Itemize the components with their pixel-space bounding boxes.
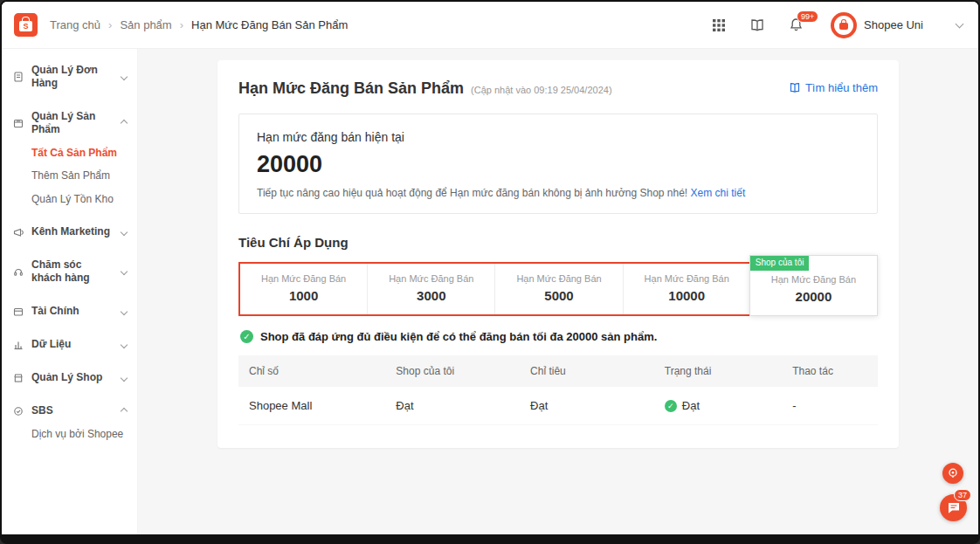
notification-count-badge: 99+ <box>797 10 818 23</box>
chevron-down-icon <box>121 73 128 80</box>
balloon-icon <box>947 467 959 479</box>
column-header-metric: Chỉ số <box>238 355 385 387</box>
sidebar-item-finance[interactable]: Tài Chính <box>12 305 127 318</box>
shopee-logo-letter: S <box>23 23 28 31</box>
cell-my-shop: Đạt <box>385 387 520 425</box>
page-title: Hạn Mức Đăng Bán Sản Phẩm <box>238 79 464 98</box>
account-chevron-down-icon[interactable] <box>956 19 964 28</box>
tier-3000: Hạn Mức Đăng Bán 3000 <box>368 264 495 314</box>
eligibility-message: ✓ Shop đã đáp ứng đủ điều kiện để có thể… <box>240 330 876 343</box>
sidebar-item-add-product[interactable]: Thêm Sản Phẩm <box>31 169 127 182</box>
topbar-actions: 99+ Shopee Uni <box>710 12 963 38</box>
chevron-up-icon <box>121 120 128 127</box>
chat-bubble-icon <box>947 501 961 514</box>
sidebar-item-order-management[interactable]: Quản Lý Đơn Hàng <box>12 64 127 90</box>
success-check-icon: ✓ <box>240 330 253 343</box>
sidebar-item-inventory-management[interactable]: Quản Lý Tồn Kho <box>31 193 127 205</box>
tier-5000: Hạn Mức Đăng Bán 5000 <box>495 264 623 314</box>
cell-action: - <box>782 387 878 425</box>
app-window: S Trang chủ Sản phẩm Hạn Mức Đăng Bán Sả… <box>0 0 980 544</box>
breadcrumb-current-page: Hạn Mức Đăng Bán Sản Phẩm <box>172 18 349 31</box>
breadcrumb: Trang chủ Sản phẩm Hạn Mức Đăng Bán Sản … <box>50 18 348 31</box>
cell-target: Đạt <box>520 387 654 425</box>
table-row: Shopee Mall Đạt Đạt ✓ Đạt - <box>238 387 878 425</box>
chevron-down-icon <box>121 268 128 275</box>
sidebar-item-all-products[interactable]: Tất Cả Sản Phẩm <box>31 147 127 159</box>
status-check-icon: ✓ <box>665 400 677 412</box>
chat-count-badge: 37 <box>954 489 971 501</box>
cell-status: ✓ Đạt <box>654 387 782 425</box>
learn-more-link[interactable]: Tìm hiểu thêm <box>789 81 878 94</box>
apps-grid-icon[interactable] <box>710 17 728 34</box>
shop-icon <box>12 372 24 384</box>
chevron-down-icon <box>121 228 128 235</box>
tier-20000-current: Shop của tôi Hạn Mức Đăng Bán 20000 <box>749 255 878 316</box>
sbs-icon <box>12 405 24 417</box>
current-limit-box: Hạn mức đăng bán hiện tại 20000 Tiếp tục… <box>238 114 878 214</box>
sidebar-item-sbs[interactable]: SBS <box>12 404 127 417</box>
tier-1000: Hạn Mức Đăng Bán 1000 <box>240 264 368 314</box>
criteria-table: Chỉ số Shop của tôi Chỉ tiêu Trạng thái … <box>238 355 878 425</box>
criteria-heading: Tiêu Chí Áp Dụng <box>238 235 878 250</box>
see-details-link[interactable]: Xem chi tiết <box>691 187 746 199</box>
table-header-row: Chỉ số Shop của tôi Chỉ tiêu Trạng thái … <box>238 355 878 387</box>
sidebar-item-data[interactable]: Dữ Liệu <box>12 338 127 351</box>
column-header-my-shop: Shop của tôi <box>385 355 520 387</box>
sidebar-item-shopee-service[interactable]: Dịch vụ bởi Shopee <box>31 428 127 440</box>
sidebar-item-customer-care[interactable]: Chăm sóc khách hàng <box>12 258 127 285</box>
sidebar-item-shop-management[interactable]: Quản Lý Shop <box>12 371 127 384</box>
account-menu[interactable]: Shopee Uni <box>831 12 923 38</box>
main-content: Hạn Mức Đăng Bán Sản Phẩm (Cập nhật vào … <box>138 49 978 534</box>
sidebar-item-product-management[interactable]: Quản Lý Sản Phẩm <box>12 110 127 136</box>
shopee-logo-icon[interactable]: S <box>14 13 38 37</box>
breadcrumb-products[interactable]: Sản phẩm <box>100 18 172 31</box>
account-avatar <box>831 12 857 38</box>
book-icon <box>789 82 801 93</box>
column-header-target: Chỉ tiêu <box>520 355 654 387</box>
topbar: S Trang chủ Sản phẩm Hạn Mức Đăng Bán Sả… <box>2 2 978 49</box>
listing-limit-card: Hạn Mức Đăng Bán Sản Phẩm (Cập nhật vào … <box>217 60 899 448</box>
guide-book-icon[interactable] <box>749 17 766 34</box>
current-limit-value: 20000 <box>257 151 859 178</box>
updated-timestamp: (Cập nhật vào 09:19 25/04/2024) <box>471 85 611 95</box>
current-limit-label: Hạn mức đăng bán hiện tại <box>257 130 859 144</box>
current-limit-note: Tiếp tục nâng cao hiệu quả hoạt động để … <box>257 187 859 199</box>
tier-row-highlight-border: Hạn Mức Đăng Bán 1000 Hạn Mức Đăng Bán 3… <box>238 262 878 316</box>
products-icon <box>12 117 24 129</box>
chevron-down-icon <box>121 307 128 314</box>
sidebar: Quản Lý Đơn Hàng Quản Lý Sản Phẩm Tất Cả… <box>2 49 138 534</box>
chevron-down-icon <box>121 341 128 348</box>
chevron-down-icon <box>121 374 128 381</box>
tier-10000: Hạn Mức Đăng Bán 10000 <box>624 264 751 314</box>
column-header-status: Trạng thái <box>654 355 782 387</box>
marketing-icon <box>12 226 24 238</box>
breadcrumb-home[interactable]: Trang chủ <box>50 18 100 31</box>
chat-float-button[interactable]: 37 <box>940 494 967 521</box>
my-shop-badge: Shop của tôi <box>750 256 810 271</box>
promotion-float-button[interactable] <box>942 463 963 484</box>
data-chart-icon <box>12 339 24 351</box>
customer-care-icon <box>12 265 24 278</box>
finance-icon <box>12 306 24 318</box>
cell-metric: Shopee Mall <box>238 387 385 425</box>
account-name: Shopee Uni <box>864 18 923 31</box>
column-header-action: Thao tác <box>782 355 878 387</box>
sidebar-item-marketing-channel[interactable]: Kênh Marketing <box>12 225 127 238</box>
notifications-bell-icon[interactable]: 99+ <box>787 17 804 34</box>
orders-icon <box>12 71 24 83</box>
chevron-up-icon <box>121 407 128 414</box>
